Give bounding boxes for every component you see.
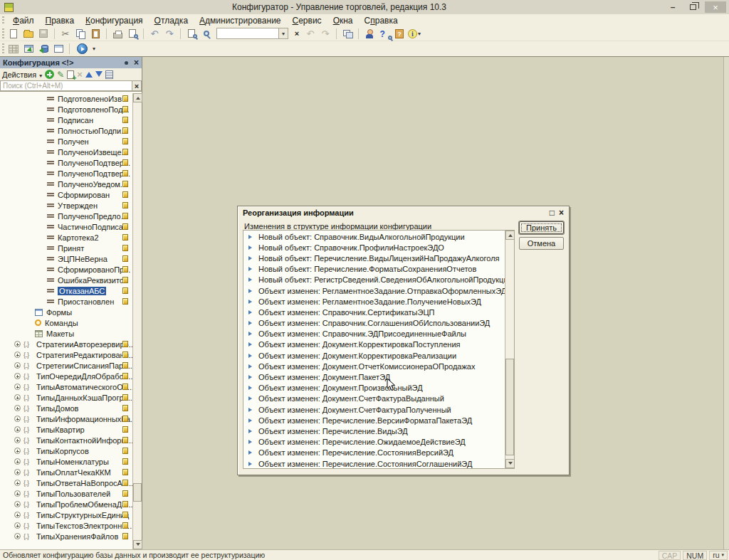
expander-icon[interactable]	[14, 469, 21, 475]
tree-item[interactable]: ЧастичноПодписан	[0, 221, 132, 232]
open-button[interactable]	[22, 28, 35, 40]
change-item[interactable]: Объект изменен: Документ.ПакетЭД	[243, 371, 505, 382]
tree-item[interactable]: {..}ТипОчередиДляОбработ...	[0, 371, 132, 381]
panel-close-button[interactable]: ×	[134, 58, 139, 68]
change-item[interactable]: Объект изменен: Перечисление.ВерсииФорма…	[243, 415, 505, 426]
tree-item[interactable]: Формы	[0, 307, 132, 317]
change-item[interactable]: Новый объект: Справочник.ПрофилиНастроек…	[243, 242, 505, 253]
paste-button[interactable]	[89, 28, 102, 40]
change-item[interactable]: Объект изменен: Перечисление.СостоянияВе…	[243, 448, 505, 458]
delete-button[interactable]: ×	[77, 70, 83, 79]
tree-item[interactable]: {..}ТипыДомов	[0, 403, 132, 413]
add-object-button[interactable]	[67, 70, 74, 79]
tree-item[interactable]: Сформирован	[0, 189, 132, 200]
menu-item[interactable]: Отладка	[149, 16, 194, 26]
expander-icon[interactable]	[14, 480, 21, 486]
menu-item[interactable]: Администрирование	[194, 16, 286, 26]
tree-item[interactable]: ПолученоПодтвер...	[0, 157, 132, 168]
tree-item[interactable]: {..}ТипыДанныхКэшаПрогра...	[0, 392, 132, 403]
combo-dropdown-button[interactable]: ▾	[279, 28, 288, 39]
tree-item[interactable]: Принят	[0, 243, 132, 253]
scroll-up-button[interactable]	[133, 93, 142, 102]
move-up-button[interactable]	[85, 68, 93, 78]
syntax-check-button[interactable]	[363, 28, 376, 40]
move-down-button[interactable]	[95, 71, 103, 80]
dialog-maximize-button[interactable]: □	[550, 208, 555, 218]
new-document-button[interactable]	[7, 28, 20, 40]
tree-item[interactable]: ЭЦПНеВерна	[0, 253, 132, 264]
scroll-down-button[interactable]	[505, 459, 515, 468]
tree-item[interactable]: {..}ТипыНоменклатуры	[0, 456, 132, 467]
clear-search-button[interactable]: ×	[292, 28, 302, 39]
copy-button[interactable]	[74, 28, 87, 40]
change-item[interactable]: Объект изменен: Документ.ПроизвольныйЭД	[243, 383, 505, 393]
expander-icon[interactable]	[14, 416, 21, 422]
cut-button[interactable]: ✂	[59, 28, 72, 40]
expander-icon[interactable]	[14, 426, 21, 433]
toolbar-grip[interactable]	[2, 28, 4, 38]
change-item[interactable]: Новый объект: Справочник.ВидыАлкогольной…	[243, 231, 505, 242]
tree-item[interactable]: {..}СтретегииСписанияПарт...	[0, 360, 132, 371]
tree-item[interactable]: Приостановлен	[0, 296, 132, 307]
menu-item[interactable]: Окна	[327, 16, 359, 26]
tree-item[interactable]: {..}ТипыПользователей	[0, 488, 132, 499]
change-item[interactable]: Объект изменен: Справочник.ЭДПрисоединен…	[243, 329, 505, 339]
clear-tree-search-button[interactable]: ×	[132, 80, 142, 91]
menu-item[interactable]: Справка	[359, 16, 404, 26]
expander-icon[interactable]	[14, 533, 21, 539]
menu-item[interactable]: Конфигурация	[80, 16, 149, 26]
tree-item[interactable]: {..}ТипыИнформационныхКа...	[0, 413, 132, 424]
dialog-title-bar[interactable]: Реорганизация информации □ ×	[238, 206, 569, 218]
update-db-configuration-button[interactable]	[37, 43, 50, 55]
syntax-help-button[interactable]: ?	[378, 28, 391, 40]
expander-icon[interactable]	[14, 362, 21, 369]
change-item[interactable]: Объект изменен: РегламентноеЗадание.Полу…	[243, 296, 505, 307]
tree-item[interactable]: {..}ТипыКвартир	[0, 424, 132, 435]
add-button[interactable]	[45, 70, 54, 79]
change-item[interactable]: Объект изменен: Документ.ОтчетКомиссионе…	[243, 361, 505, 371]
change-item[interactable]: Объект изменен: Перечисление.СостоянияСо…	[243, 458, 505, 469]
tree-item[interactable]: {..}ТипыАвтоматическогоОб...	[0, 381, 132, 392]
toolbar-grip[interactable]	[2, 16, 4, 24]
about-button[interactable]: i▾	[408, 28, 421, 40]
db-configuration-button[interactable]	[7, 43, 20, 55]
tree-item[interactable]: {..}ТипыОтветаНаВопросАн...	[0, 477, 132, 488]
minimize-button[interactable]: –	[665, 1, 681, 13]
expander-icon[interactable]	[14, 384, 21, 390]
tree-item[interactable]: ПолностьюПодпи...	[0, 125, 132, 136]
tree-item[interactable]: {..}ТипыПроблемОбменаДа...	[0, 499, 132, 509]
scroll-up-button[interactable]	[505, 231, 515, 240]
tree-item[interactable]: {..}СтратегияРедактировани...	[0, 349, 132, 360]
tree-item[interactable]: СформированоПр...	[0, 264, 132, 275]
expander-icon[interactable]	[14, 341, 21, 347]
change-item[interactable]: Новый объект: Перечисление.ФорматыСохран…	[243, 264, 505, 275]
language-selector[interactable]: ru▾	[709, 551, 728, 560]
change-item[interactable]: Объект изменен: Справочник.СоглашенияОбИ…	[243, 318, 505, 329]
tree-item[interactable]: ПолученоУведом...	[0, 179, 132, 189]
actions-menu-button[interactable]: Действия ▾	[2, 70, 42, 79]
print-preview-button[interactable]	[126, 28, 139, 40]
cancel-button[interactable]: Отмена	[519, 237, 564, 250]
expander-icon[interactable]	[14, 352, 21, 358]
scrollbar-thumb[interactable]	[505, 359, 514, 455]
menu-item[interactable]: Правка	[40, 16, 80, 26]
toolbar-grip[interactable]	[2, 43, 4, 54]
tree-item[interactable]: {..}ТипыКонтактнойИнформ...	[0, 435, 132, 445]
tree-item[interactable]: {..}ТипыХраненияФайлов	[0, 531, 132, 541]
change-item[interactable]: Объект изменен: Перечисление.ВидыЭД	[243, 426, 505, 436]
tree-item[interactable]: {..}ТипыСтруктурныхЕдиниц	[0, 509, 132, 520]
tree-item[interactable]: {..}ТипыКорпусов	[0, 445, 132, 456]
search-input[interactable]	[216, 28, 279, 39]
expander-icon[interactable]	[14, 373, 21, 379]
find-button[interactable]	[185, 28, 198, 40]
print-button[interactable]	[111, 28, 124, 40]
tree-item[interactable]: Картотека2	[0, 232, 132, 243]
expander-icon[interactable]	[14, 512, 21, 518]
change-item[interactable]: Новый объект: РегистрСведений.СведенияОб…	[243, 275, 505, 285]
list-scrollbar[interactable]	[505, 231, 514, 468]
tree-item[interactable]: {..}ТипыТекстовЭлектронны...	[0, 520, 132, 531]
change-item[interactable]: Объект изменен: Документ.СчетФактураПолу…	[243, 404, 505, 415]
windows-button[interactable]	[341, 28, 354, 40]
expander-icon[interactable]	[14, 522, 21, 529]
tree-item[interactable]: Утвержден	[0, 200, 132, 211]
